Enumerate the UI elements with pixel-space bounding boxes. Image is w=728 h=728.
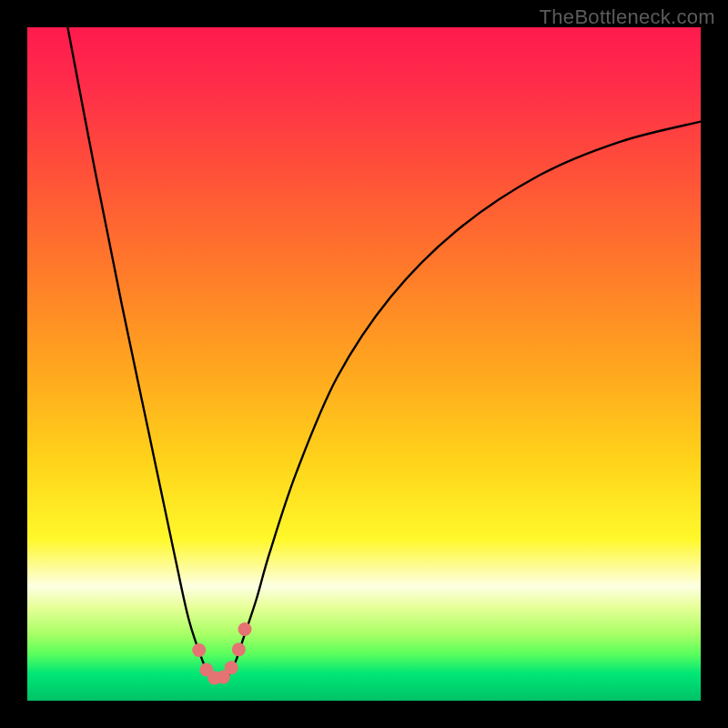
curve-marker-dot [225,661,238,674]
curve-marker-dot [192,643,206,657]
bottleneck-curve-svg [27,27,701,701]
chart-frame: TheBottleneck.com [0,0,728,728]
plot-area [27,27,701,701]
curve-marker-dot [232,642,246,656]
curve-marker-dot [238,622,252,636]
bottleneck-curve-path [67,27,701,682]
watermark-text: TheBottleneck.com [540,5,715,29]
bottleneck-bottom-dots [192,622,251,684]
